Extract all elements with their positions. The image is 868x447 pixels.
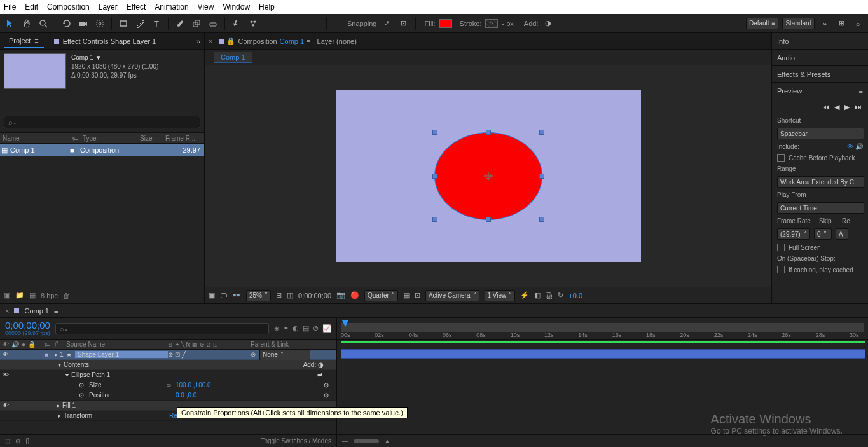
flowchart-icon[interactable]: ⿻ bbox=[546, 292, 553, 299]
tl-foot-icon3[interactable]: {} bbox=[25, 437, 30, 444]
menu-file[interactable]: File bbox=[4, 3, 16, 11]
parent-dropdown[interactable]: None ˅ bbox=[259, 349, 310, 361]
layer-row-shape1[interactable]: 👁 ■ ▸ 1 ★ Shape Layer 1 ⊛ ⊡ ╱ ⊘ None ˅ bbox=[0, 350, 336, 360]
zoom-out-icon[interactable]: — bbox=[342, 437, 348, 444]
menu-window[interactable]: Window bbox=[223, 3, 250, 11]
position-value[interactable]: 0.0 ,0.0 bbox=[176, 392, 196, 399]
row-ellipse-path[interactable]: 👁 ▾ Ellipse Path 1 ⇄ bbox=[0, 370, 336, 380]
clone-tool-icon[interactable] bbox=[190, 17, 203, 30]
stroke-swatch[interactable]: ? bbox=[485, 19, 498, 28]
panel-audio[interactable]: Audio bbox=[772, 50, 868, 66]
fill-swatch[interactable] bbox=[439, 19, 452, 28]
orbit-tool-icon[interactable] bbox=[60, 17, 73, 30]
last-frame-icon[interactable]: ⏭ bbox=[855, 103, 862, 111]
exposure-value[interactable]: +0.0 bbox=[568, 292, 582, 299]
snap-opt2-icon[interactable]: ⊡ bbox=[397, 17, 410, 30]
handle-tc[interactable] bbox=[486, 130, 491, 135]
tab-composition[interactable]: 🔒 Composition Comp 1 ≡ bbox=[219, 37, 310, 45]
folder-icon[interactable]: 📁 bbox=[15, 291, 24, 299]
trash-icon[interactable]: 🗑 bbox=[63, 292, 70, 299]
quality-dropdown[interactable]: Quarter ˅ bbox=[364, 290, 398, 301]
ifcache-checkbox[interactable] bbox=[777, 266, 785, 273]
pan-behind-tool-icon[interactable] bbox=[93, 17, 106, 30]
anchor-point-icon[interactable] bbox=[484, 172, 493, 181]
handle-ml[interactable] bbox=[432, 174, 437, 179]
panel-overflow-icon[interactable]: » bbox=[196, 38, 200, 45]
menu-view[interactable]: View bbox=[198, 3, 214, 11]
timeline-track-area[interactable]: 00s02s04s06s08s10s12s14s16s18s20s22s24s2… bbox=[337, 318, 868, 447]
menu-layer[interactable]: Layer bbox=[99, 3, 118, 11]
selection-tool-icon[interactable] bbox=[4, 17, 17, 30]
reset-exp-icon[interactable]: ↻ bbox=[558, 291, 563, 299]
pen-tool-icon[interactable] bbox=[134, 17, 146, 30]
handle-br[interactable] bbox=[539, 217, 544, 222]
cache-checkbox[interactable] bbox=[777, 154, 785, 162]
composition-canvas[interactable] bbox=[336, 90, 641, 262]
grid-icon[interactable]: ▦ bbox=[403, 291, 410, 299]
menu-edit[interactable]: Edit bbox=[25, 3, 38, 11]
col-type[interactable]: Type bbox=[80, 135, 137, 142]
tl-foot-icon1[interactable]: ⊡ bbox=[5, 437, 10, 444]
stroke-px[interactable]: - px bbox=[502, 20, 513, 27]
res-dropdown[interactable]: A bbox=[836, 228, 848, 240]
menu-help[interactable]: Help bbox=[259, 3, 275, 11]
eraser-tool-icon[interactable] bbox=[207, 17, 219, 30]
project-item-comp1[interactable]: ▦ Comp 1 ■ Composition 29.97 bbox=[0, 144, 204, 156]
handle-tr[interactable] bbox=[539, 130, 544, 135]
handle-bl[interactable] bbox=[432, 217, 437, 222]
overflow-icon[interactable]: » bbox=[818, 17, 831, 30]
play-icon[interactable]: ▶ bbox=[844, 103, 850, 111]
fullscreen-checkbox[interactable] bbox=[777, 244, 785, 251]
menu-composition[interactable]: Composition bbox=[47, 3, 90, 11]
prev-frame-icon[interactable]: ◀ bbox=[834, 103, 839, 111]
comp-breadcrumb[interactable]: Comp 1 bbox=[214, 52, 252, 63]
search-help-icon[interactable]: ⌕ bbox=[851, 17, 864, 30]
row-position[interactable]: ⊙ Position 0.0 ,0.0 ⊙ bbox=[0, 390, 336, 401]
tl-foot-icon2[interactable]: ⊕ bbox=[15, 437, 20, 444]
panel-info[interactable]: Info bbox=[772, 33, 868, 50]
row-size[interactable]: ⊙ Size ∞ 100.0 ,100.0 ⊙ bbox=[0, 380, 336, 390]
toggle-switches[interactable]: Toggle Switches / Modes bbox=[261, 437, 331, 444]
interpret-icon[interactable]: ▣ bbox=[4, 291, 10, 299]
camera-tool-icon[interactable] bbox=[77, 17, 90, 30]
workspace-default[interactable]: Default ≡ bbox=[746, 18, 779, 29]
rect-tool-icon[interactable] bbox=[117, 17, 130, 30]
panel-preview[interactable]: Preview≡ bbox=[772, 83, 868, 99]
shy-icon[interactable]: ◐ bbox=[293, 324, 299, 333]
view-dropdown[interactable]: 1 View ˅ bbox=[485, 290, 516, 301]
panel-effects-presets[interactable]: Effects & Presets bbox=[772, 66, 868, 83]
col-size[interactable]: Size bbox=[137, 135, 163, 142]
text-tool-icon[interactable]: T bbox=[150, 17, 163, 30]
brush-tool-icon[interactable] bbox=[174, 17, 186, 30]
timeline-timecode[interactable]: 0;00;00;00 bbox=[5, 321, 50, 330]
row-contents[interactable]: ▾ Contents Add: ◑ bbox=[0, 360, 336, 370]
tab-layer[interactable]: Layer (none) bbox=[317, 38, 357, 45]
menu-animation[interactable]: Animation bbox=[155, 3, 188, 11]
roto-tool-icon[interactable] bbox=[230, 17, 243, 30]
channels-icon[interactable]: 🔴 bbox=[350, 291, 359, 299]
layer-bar-shape1[interactable] bbox=[341, 349, 865, 359]
snap-opt1-icon[interactable]: ↗ bbox=[381, 17, 394, 30]
add-menu-icon[interactable]: ◑ bbox=[542, 17, 555, 30]
draft3d-icon[interactable]: ✦ bbox=[283, 324, 289, 333]
range-input[interactable] bbox=[777, 176, 864, 188]
handle-bc[interactable] bbox=[486, 217, 491, 222]
tab-effect-controls[interactable]: Effect Controls Shape Layer 1 bbox=[49, 35, 162, 48]
snapshot-icon[interactable]: 📷 bbox=[336, 291, 345, 299]
timeline-icon[interactable]: ◧ bbox=[534, 291, 541, 299]
zoom-tool-icon[interactable] bbox=[37, 17, 50, 30]
fast-preview-icon[interactable]: ⚡ bbox=[520, 291, 529, 299]
shortcut-input[interactable] bbox=[777, 128, 864, 139]
panels-icon[interactable]: ⊞ bbox=[835, 17, 848, 30]
comp-thumbnail[interactable] bbox=[4, 53, 66, 89]
size-value[interactable]: 100.0 ,100.0 bbox=[176, 382, 211, 389]
comp-mini-icon[interactable]: ◈ bbox=[274, 324, 279, 333]
always-preview-icon[interactable]: ▣ bbox=[209, 291, 215, 299]
snapping-checkbox[interactable] bbox=[336, 20, 343, 27]
timecode-display[interactable]: 0;00;00;00 bbox=[298, 292, 331, 299]
guides-icon[interactable]: ⊡ bbox=[415, 291, 420, 299]
timeline-search[interactable]: ⌕▾ bbox=[55, 323, 269, 334]
tab-project[interactable]: Project ≡ bbox=[4, 34, 44, 48]
workspace-standard[interactable]: Standard bbox=[782, 18, 815, 29]
zoom-in-icon[interactable]: ▲ bbox=[384, 437, 390, 444]
